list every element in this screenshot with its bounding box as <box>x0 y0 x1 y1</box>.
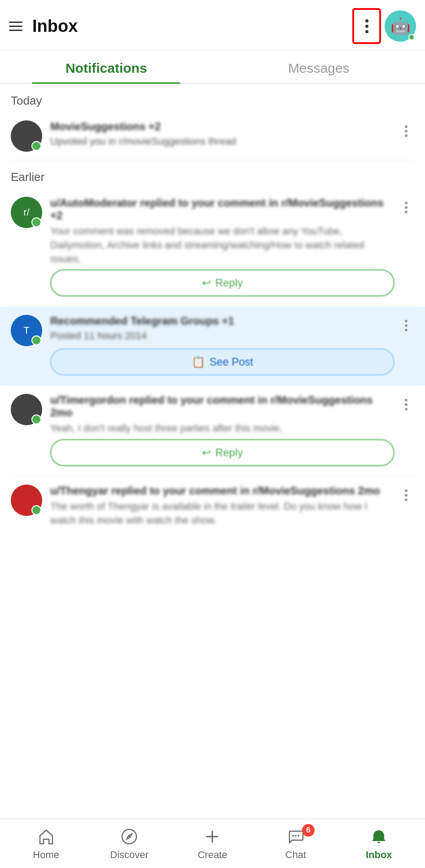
nav-item-inbox[interactable]: Inbox <box>356 827 401 861</box>
nav-label-chat: Chat <box>285 849 306 861</box>
notif-title: MovieSuggestions +2 <box>50 120 394 133</box>
notification-item: u/Timergordon replied to your comment in… <box>0 386 425 476</box>
home-icon <box>36 827 56 846</box>
tab-messages[interactable]: Messages <box>213 51 425 83</box>
svg-point-3 <box>34 220 39 225</box>
notif-subtitle: Posted 11 hours 2014 <box>50 329 394 343</box>
svg-text:r/: r/ <box>23 207 30 218</box>
notif-content-3: Recommended Telegram Groups +1 Posted 11… <box>50 315 394 377</box>
nav-item-create[interactable]: Create <box>190 827 235 861</box>
header: Inbox 🤖 <box>0 0 425 51</box>
notification-item: MovieSuggestions +2 Upvoted you in r/mov… <box>0 112 425 160</box>
svg-point-6 <box>34 338 39 343</box>
tab-bar: Notifications Messages <box>0 51 425 84</box>
notif-title: u/Timergordon replied to your comment in… <box>50 394 394 419</box>
svg-point-7 <box>34 417 39 422</box>
notif-more-button[interactable] <box>398 123 414 139</box>
notif-avatar-5 <box>11 485 42 516</box>
nav-label-discover: Discover <box>110 849 149 861</box>
reply-button[interactable]: ↩ Reply <box>50 269 394 296</box>
section-earlier-label: Earlier <box>0 160 425 189</box>
nav-label-inbox: Inbox <box>366 849 392 861</box>
notif-title: Recommended Telegram Groups +1 <box>50 315 394 327</box>
notif-badge <box>31 217 41 227</box>
tab-notifications[interactable]: Notifications <box>0 51 213 83</box>
svg-point-13 <box>292 835 294 837</box>
hamburger-menu-icon[interactable] <box>9 22 22 31</box>
notif-more-button[interactable] <box>398 199 414 216</box>
nav-item-home[interactable]: Home <box>24 827 69 861</box>
reply-label: Reply <box>215 446 243 459</box>
svg-point-15 <box>298 835 299 837</box>
notif-body: Yeah, I don't really host three parties … <box>50 422 394 436</box>
notif-more-button[interactable] <box>398 397 414 413</box>
svg-point-10 <box>128 836 130 837</box>
notif-content-1: MovieSuggestions +2 Upvoted you in r/mov… <box>50 120 394 149</box>
reply-label: Reply <box>215 277 243 289</box>
notif-badge <box>31 141 41 151</box>
notif-body: Your comment was removed because we don'… <box>50 225 394 266</box>
online-indicator <box>408 34 415 40</box>
see-post-icon: 📋 <box>192 356 205 368</box>
user-avatar-wrapper[interactable]: 🤖 <box>385 10 416 42</box>
notification-item-highlighted: T Recommended Telegram Groups +1 Posted … <box>0 307 425 385</box>
reply-icon: ↩ <box>202 277 211 289</box>
nav-label-home: Home <box>33 849 59 861</box>
svg-point-14 <box>295 835 297 837</box>
notif-badge <box>31 414 41 424</box>
notif-badge <box>31 505 41 515</box>
more-options-button[interactable] <box>355 11 378 41</box>
see-post-button[interactable]: 📋 See Post <box>50 348 394 375</box>
notif-more-button[interactable] <box>398 487 414 503</box>
notif-body: The worth of Thengyar is available in th… <box>50 500 394 528</box>
section-today-label: Today <box>0 84 425 112</box>
more-btn-wrapper <box>352 8 381 44</box>
bell-icon <box>369 827 389 846</box>
notif-subtitle: Upvoted you in r/movieSuggestions thread <box>50 135 394 149</box>
discover-icon <box>119 827 139 846</box>
nav-label-create: Create <box>197 849 227 861</box>
notif-avatar-3: T <box>11 315 42 346</box>
reply-button[interactable]: ↩ Reply <box>50 439 394 466</box>
notif-badge <box>31 335 41 345</box>
page-title: Inbox <box>32 17 78 36</box>
create-icon <box>202 827 222 846</box>
notif-title: u/AutoModerator replied to your comment … <box>50 197 394 222</box>
svg-point-0 <box>34 143 39 149</box>
svg-text:T: T <box>23 325 29 336</box>
notif-avatar-4 <box>11 394 42 425</box>
notification-item: u/Thengyar replied to your comment in r/… <box>0 476 425 536</box>
notif-title: u/Thengyar replied to your comment in r/… <box>50 485 394 497</box>
svg-point-8 <box>34 507 39 513</box>
content-area: Today MovieSuggestions +2 Upvoted you in… <box>0 84 425 590</box>
notif-avatar-1 <box>11 120 42 152</box>
nav-item-chat[interactable]: 6 Chat <box>273 827 318 861</box>
header-left: Inbox <box>9 17 78 36</box>
notif-more-button[interactable] <box>398 317 414 334</box>
chat-badge: 6 <box>302 824 315 837</box>
three-dots-icon <box>365 19 368 33</box>
notif-avatar-2: r/ <box>11 197 42 228</box>
nav-item-discover[interactable]: Discover <box>107 827 152 861</box>
see-post-label: See Post <box>210 356 253 368</box>
header-right: 🤖 <box>352 8 416 44</box>
reply-icon: ↩ <box>202 446 211 459</box>
notification-item: r/ u/AutoModerator replied to your comme… <box>0 189 425 306</box>
bottom-nav: Home Discover Create <box>0 819 425 868</box>
notif-content-2: u/AutoModerator replied to your comment … <box>50 197 394 298</box>
notif-content-5: u/Thengyar replied to your comment in r/… <box>50 485 394 528</box>
notif-content-4: u/Timergordon replied to your comment in… <box>50 394 394 468</box>
